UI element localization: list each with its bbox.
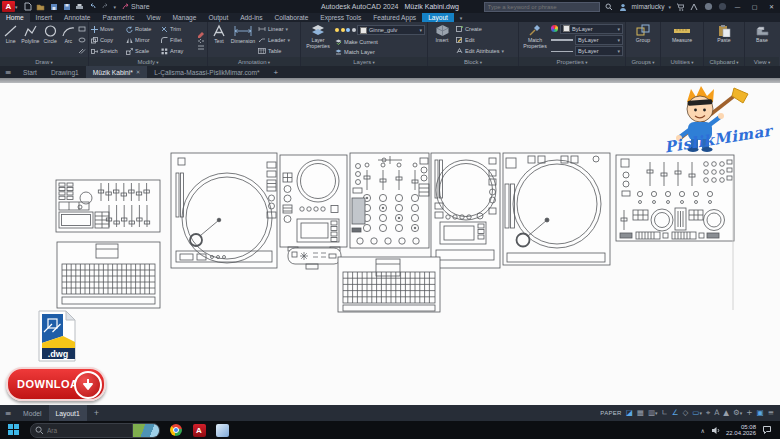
tab-featured-apps[interactable]: Featured Apps: [367, 13, 422, 22]
tab-view[interactable]: View: [140, 13, 166, 22]
leader-tool[interactable]: Leader: [258, 37, 298, 43]
isolate-objects-icon[interactable]: ▣: [757, 405, 764, 421]
tab-insert[interactable]: Insert: [30, 13, 59, 22]
minimize-button[interactable]: —: [731, 1, 744, 12]
fillet-tool[interactable]: Fillet: [161, 35, 194, 46]
annotation-visibility-icon[interactable]: A: [714, 405, 719, 421]
panel-title-draw[interactable]: Draw: [0, 57, 88, 66]
panel-title-properties[interactable]: Properties: [519, 57, 625, 66]
dj-mixer-drawing[interactable]: [350, 153, 429, 248]
tab-express-tools[interactable]: Express Tools: [314, 13, 367, 22]
rectangle-tool-icon[interactable]: [78, 26, 86, 32]
trim-tool[interactable]: Trim: [161, 24, 194, 35]
app-menu-caret-icon[interactable]: [15, 3, 18, 10]
clock[interactable]: 05:08 22.04.2026: [726, 424, 756, 437]
close-button[interactable]: ✕: [765, 1, 778, 12]
app-menu-icon[interactable]: A: [2, 1, 15, 12]
annotation-autoscale-icon[interactable]: ▲: [723, 405, 729, 421]
crosshair-icon[interactable]: ⌖: [706, 405, 710, 421]
ortho-icon[interactable]: ∟: [661, 405, 667, 421]
file-tab-start[interactable]: Start: [16, 66, 44, 78]
app-store-cart-icon[interactable]: [675, 2, 685, 12]
add-scales-icon[interactable]: +: [746, 405, 752, 421]
color-dropdown[interactable]: ByLayer: [560, 24, 623, 34]
base-tool[interactable]: Base: [749, 23, 775, 57]
fader-mixer-drawing[interactable]: [56, 180, 160, 232]
pad-keyboard-left-drawing[interactable]: [57, 242, 160, 308]
keyboard-center-drawing[interactable]: [338, 257, 440, 312]
edit-block-tool[interactable]: Edit: [456, 37, 516, 43]
plot-icon[interactable]: [75, 2, 85, 11]
file-tab-drawing1[interactable]: Drawing1: [44, 66, 86, 78]
notification-center-icon[interactable]: [762, 425, 772, 435]
customization-icon[interactable]: ≡: [768, 405, 774, 421]
text-tool[interactable]: Text: [210, 23, 228, 57]
tab-annotate[interactable]: Annotate: [58, 13, 96, 22]
match-properties-tool[interactable]: Match Properties: [521, 23, 549, 57]
measure-tool[interactable]: Measure: [667, 23, 697, 57]
paste-tool[interactable]: Paste: [711, 23, 737, 57]
save-icon[interactable]: [49, 2, 59, 11]
help-icon[interactable]: [703, 2, 713, 12]
drawing-canvas[interactable]: PislikMimar .dwg DOWNLOAD: [0, 78, 780, 405]
maximize-button[interactable]: ▢: [748, 1, 761, 12]
panel-title-block[interactable]: Block: [428, 57, 518, 66]
linetype-dropdown[interactable]: ByLayer: [575, 46, 623, 56]
tab-output[interactable]: Output: [202, 13, 234, 22]
stretch-tool[interactable]: Stretch: [91, 46, 124, 57]
tab-collaborate[interactable]: Collaborate: [269, 13, 315, 22]
table-tool[interactable]: Table: [258, 48, 298, 54]
user-menu-caret-icon[interactable]: [668, 3, 671, 10]
start-button-icon[interactable]: [8, 424, 20, 436]
layout-menu-icon[interactable]: [0, 405, 16, 421]
line-tool[interactable]: Line: [2, 23, 19, 57]
grid-icon[interactable]: ▦: [637, 405, 644, 421]
viewport-maximize-icon[interactable]: ◪: [626, 405, 633, 421]
mirror-tool[interactable]: Mirror: [126, 35, 159, 46]
edit-attributes-tool[interactable]: Edit Attributes: [456, 48, 516, 54]
turntable-drawing[interactable]: [503, 153, 610, 265]
move-tool[interactable]: Move: [91, 24, 124, 35]
model-tab[interactable]: Model: [16, 405, 49, 421]
tab-manage[interactable]: Manage: [167, 13, 203, 22]
tab-add-ins[interactable]: Add-ins: [234, 13, 268, 22]
panel-title-layers[interactable]: Layers: [301, 57, 427, 66]
scale-tool[interactable]: Scale: [126, 46, 159, 57]
user-avatar-icon[interactable]: [618, 2, 628, 12]
cdj-deck-right-drawing[interactable]: [431, 153, 500, 268]
layer-on-icon[interactable]: [335, 28, 339, 32]
download-button[interactable]: DOWNLOAD: [6, 367, 106, 401]
tab-layout[interactable]: Layout: [422, 13, 454, 22]
group-tool[interactable]: Group: [630, 23, 656, 57]
layer-properties-tool[interactable]: Layer Properties: [303, 23, 333, 57]
make-current-tool[interactable]: Make Current: [335, 39, 425, 45]
search-highlight-thumbnail[interactable]: [132, 424, 159, 437]
insert-block-tool[interactable]: Insert: [430, 23, 454, 57]
new-drawing-tab[interactable]: +: [267, 66, 286, 78]
cdj-deck-left-drawing[interactable]: [171, 153, 277, 268]
create-block-tool[interactable]: Create: [456, 26, 516, 32]
username-label[interactable]: mimarlucky: [632, 3, 665, 10]
lineweight-dropdown[interactable]: ByLayer: [575, 35, 623, 45]
space-mode-label[interactable]: PAPER: [600, 410, 621, 416]
layer-freeze-icon[interactable]: [346, 28, 350, 32]
arc-tool[interactable]: Arc: [61, 23, 76, 57]
hatch-tool-icon[interactable]: [78, 48, 86, 54]
new-layout-tab[interactable]: +: [87, 405, 106, 421]
tray-expand-icon[interactable]: ∧: [701, 427, 705, 434]
osnap-icon[interactable]: ▭: [692, 405, 702, 421]
tab-parametric[interactable]: Parametric: [97, 13, 141, 22]
lineweight-row[interactable]: ByLayer: [551, 35, 623, 45]
qat-customize-caret-icon[interactable]: [114, 3, 117, 10]
tab-home[interactable]: Home: [0, 13, 30, 22]
taskbar-search-input[interactable]: [44, 426, 132, 435]
linear-tool[interactable]: Linear: [258, 26, 298, 32]
keyword-search-input[interactable]: [484, 2, 600, 12]
workspace-settings-icon[interactable]: ⚙: [733, 405, 742, 421]
chrome-taskbar-icon[interactable]: [169, 423, 183, 437]
circle-tool[interactable]: Circle: [42, 23, 59, 57]
array-tool[interactable]: Array: [161, 46, 194, 57]
dimension-tool[interactable]: Dimension: [230, 23, 256, 57]
ribbon-display-caret-icon[interactable]: [454, 13, 468, 22]
snap-icon[interactable]: ▥: [648, 405, 658, 421]
